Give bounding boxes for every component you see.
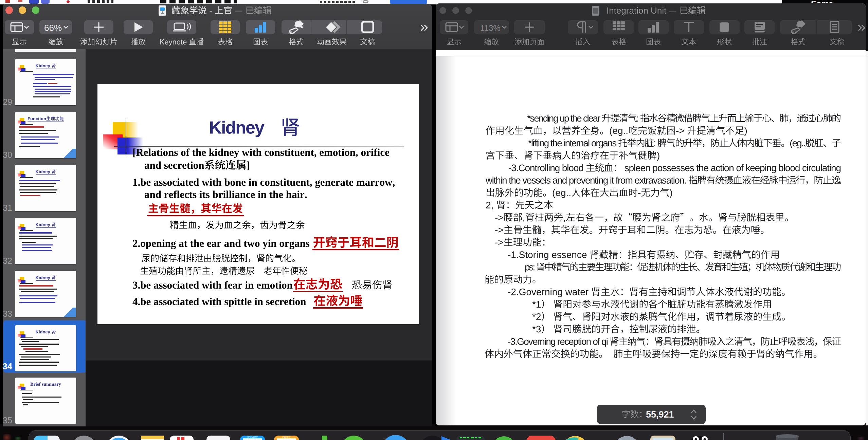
svg-text:KEYNOTE: KEYNOTE bbox=[247, 436, 258, 438]
svg-text:PAGES: PAGES bbox=[282, 436, 290, 438]
